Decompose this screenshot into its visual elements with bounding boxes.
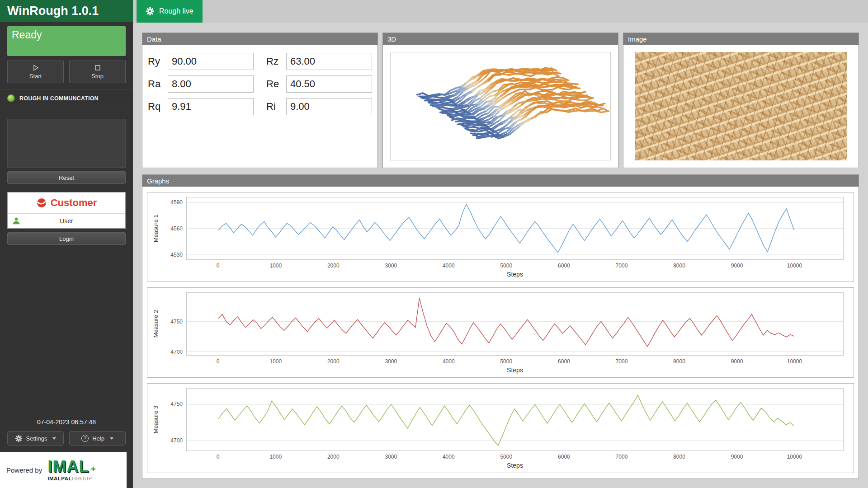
top-panels-row: Data Ry Rz Ra Re — [142, 33, 859, 168]
user-icon — [12, 217, 20, 225]
timestamp: 07-04-2023 06:57:48 — [0, 418, 133, 426]
x-tick-label: 9000 — [727, 454, 747, 460]
group-text: GROUP — [72, 476, 92, 481]
x-tick-label: 5000 — [496, 358, 516, 365]
field-rq: Rq — [148, 98, 254, 115]
stop-button[interactable]: Stop — [69, 61, 126, 83]
x-tick-label: 1000 — [266, 263, 286, 269]
y-axis-title: Measure 2 — [153, 310, 160, 338]
status-text: Ready — [12, 29, 42, 41]
x-tick-label: 6000 — [554, 263, 574, 269]
plot-area — [186, 197, 844, 260]
user-row[interactable]: User — [8, 214, 125, 228]
data-panel: Data Ry Rz Ra Re — [142, 33, 378, 168]
graphs-panel-header: Graphs — [142, 175, 859, 187]
help-label: Help — [92, 435, 104, 442]
plot-area — [186, 388, 844, 451]
customer-card: Customer User — [7, 192, 126, 229]
powered-by: Powered by IMAL+ IMALPALGROUP — [0, 452, 127, 488]
plot-area — [186, 292, 844, 355]
x-axis-ticks: 0100020003000400050006000700080009000100… — [186, 451, 844, 462]
powered-by-label: Powered by — [6, 466, 42, 474]
y-axis-ticks: 47504700 — [163, 388, 186, 451]
x-axis-title: Steps — [186, 366, 844, 375]
help-button[interactable]: Help — [69, 431, 126, 446]
imalpal-text: IMALPAL — [47, 476, 72, 481]
settings-help-row: Settings Help — [7, 431, 126, 446]
rz-label: Rz — [266, 56, 283, 67]
field-rz: Rz — [266, 53, 372, 70]
x-tick-label: 3000 — [381, 263, 401, 269]
start-label: Start — [29, 73, 42, 80]
field-ra: Ra — [148, 75, 254, 93]
x-tick-label: 9000 — [727, 263, 747, 269]
imal-logo-text: IMAL — [47, 457, 89, 476]
x-axis-ticks: 0100020003000400050006000700080009000100… — [186, 260, 844, 271]
x-tick-label: 8000 — [670, 454, 689, 460]
stop-icon — [94, 64, 101, 71]
rq-input[interactable] — [168, 98, 254, 115]
x-tick-label: 4000 — [439, 263, 458, 269]
x-tick-label: 8000 — [670, 263, 689, 269]
x-axis-title: Steps — [186, 271, 844, 280]
x-tick-label: 0 — [208, 454, 228, 460]
x-tick-label: 9000 — [727, 358, 747, 365]
reset-button[interactable]: Reset — [7, 171, 126, 184]
message-box — [7, 119, 126, 168]
tab-rough-live[interactable]: Rough live — [137, 0, 203, 23]
chevron-down-icon — [110, 437, 113, 440]
x-tick-label: 1000 — [266, 358, 286, 365]
play-icon — [32, 64, 39, 71]
status-led-icon — [7, 94, 15, 102]
settings-label: Settings — [26, 435, 47, 442]
settings-button[interactable]: Settings — [7, 431, 64, 446]
content-area: Data Ry Rz Ra Re — [133, 23, 868, 488]
sidebar-spacer — [0, 245, 133, 418]
x-tick-label: 3000 — [381, 358, 401, 365]
gear-icon — [146, 7, 155, 16]
ra-input[interactable] — [168, 75, 254, 93]
chart-svg — [187, 293, 843, 355]
y-axis-title: Measure 3 — [153, 406, 160, 433]
x-tick-label: 8000 — [670, 358, 689, 365]
y-tick-label: 4560 — [170, 225, 183, 232]
chart-measure-3: Measure 3 47504700 010002000300040005000… — [147, 383, 854, 473]
main-area: Rough live Data Ry Rz Ra — [133, 0, 868, 488]
graphs-body: Measure 1 459045604530 01000200030004000… — [142, 187, 859, 479]
y-axis-ticks: 47504700 — [163, 292, 186, 355]
x-tick-label: 10000 — [785, 454, 805, 460]
x-tick-label: 10000 — [785, 358, 805, 365]
image-panel: Image — [623, 33, 859, 168]
app-title: WinRough 1.0.1 — [0, 0, 133, 22]
x-tick-label: 7000 — [612, 454, 632, 460]
gear-icon — [15, 435, 23, 442]
status-box: Ready — [7, 26, 126, 56]
customer-header: Customer — [8, 192, 125, 214]
y-axis-title: Measure 1 — [153, 215, 160, 242]
y-axis-title-wrap: Measure 3 — [149, 388, 163, 451]
login-button[interactable]: Login — [7, 232, 126, 245]
image-panel-header: Image — [623, 33, 859, 45]
chevron-down-icon — [52, 437, 56, 440]
stop-label: Stop — [91, 73, 104, 80]
x-tick-label: 7000 — [612, 263, 632, 269]
3d-surface-svg — [391, 52, 610, 160]
rz-input[interactable] — [286, 53, 372, 70]
ri-input[interactable] — [286, 98, 372, 115]
ri-label: Ri — [266, 101, 283, 113]
y-axis-ticks: 459045604530 — [163, 197, 186, 260]
data-panel-header: Data — [142, 33, 377, 45]
field-re: Re — [266, 75, 372, 93]
communication-status: ROUGH IN COMMUNCATION — [0, 89, 133, 107]
start-button[interactable]: Start — [7, 61, 64, 83]
imal-logo-plus: + — [90, 464, 96, 474]
re-input[interactable] — [286, 75, 372, 93]
x-tick-label: 6000 — [554, 454, 574, 460]
y-tick-label: 4700 — [170, 437, 183, 444]
x-tick-label: 4000 — [439, 454, 458, 460]
ry-input[interactable] — [168, 53, 254, 70]
imal-logo-subtext: IMALPALGROUP — [47, 476, 96, 482]
x-tick-label: 0 — [208, 263, 228, 269]
image-panel-body — [623, 45, 859, 168]
user-label: User — [60, 217, 73, 225]
